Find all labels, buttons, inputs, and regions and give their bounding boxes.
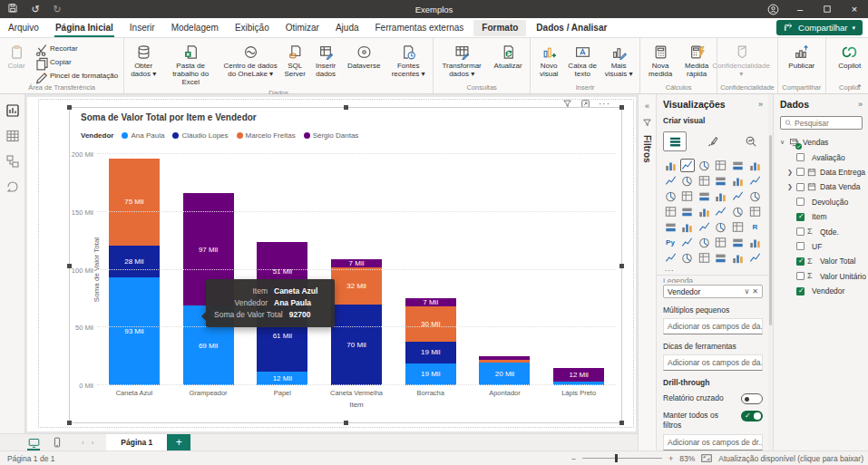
remove-field-icon[interactable]: ✕ [752, 287, 758, 295]
power-automate-icon[interactable] [714, 251, 728, 265]
prev-page-icon[interactable]: ‹ [82, 439, 84, 447]
metrics-icon[interactable] [747, 236, 762, 249]
field-row-data-venda[interactable]: ❯Data Venda [780, 179, 863, 194]
line-and-stacked-column-chart-icon[interactable] [714, 174, 728, 188]
copilot-button[interactable]: Copilot [829, 41, 868, 72]
legend-item[interactable]: Cláudio Lopes [172, 131, 228, 140]
colar-button[interactable]: Colar [3, 41, 30, 72]
fontes-recentes-button[interactable]: Fontes recentes ▾ [386, 41, 430, 80]
treemap-icon[interactable] [747, 189, 762, 203]
minimize-button[interactable]: – [786, 0, 814, 18]
table-row-vendas[interactable]: ∨ Vendas [780, 135, 863, 150]
table-icon[interactable] [714, 220, 728, 234]
bar-segment[interactable]: 30 Mil [405, 306, 456, 341]
field-row-valor-unit-rio[interactable]: ΣValor Unitário [780, 269, 863, 284]
map-icon[interactable] [663, 205, 678, 218]
pincel-de-formata-o-button[interactable]: Pincel de formatação [32, 69, 121, 82]
field-row-qtde-[interactable]: ΣQtde. [780, 224, 863, 238]
bar-segment[interactable]: 7 Mil [405, 298, 456, 306]
medida-r-pida-button[interactable]: Medida rápida [679, 41, 714, 80]
resize-handle[interactable] [344, 105, 348, 110]
bar-segment[interactable]: 75 Mil [109, 159, 160, 246]
legend-field-chip[interactable]: Vendedor ∨ ✕ [663, 285, 763, 298]
zoom-out-button[interactable]: − [571, 454, 576, 463]
menu-tab-otimizar[interactable]: Otimizar [278, 18, 327, 38]
field-checkbox[interactable] [796, 168, 805, 176]
search-input[interactable] [795, 119, 858, 128]
confidencialidade-button[interactable]: Confidencialidade ▾ [720, 41, 762, 80]
ribbon-chart-icon[interactable] [747, 174, 762, 188]
stacked-column-chart-visual[interactable]: Soma de Valor Total por Item e Vendedor … [69, 107, 622, 423]
undo-icon[interactable]: ↺ [29, 3, 42, 15]
close-button[interactable]: × [841, 0, 868, 18]
save-icon[interactable] [7, 3, 20, 15]
menu-tab-formato[interactable]: Formato [473, 20, 526, 36]
scatter-chart-icon[interactable] [697, 189, 711, 203]
bar-segment[interactable]: 28 Mil [109, 246, 160, 278]
dataverse-button[interactable]: Dataverse [343, 41, 385, 72]
keep-all-filters-toggle[interactable] [741, 411, 763, 421]
field-checkbox[interactable] [796, 242, 805, 250]
expand-filters-icon[interactable]: « [645, 102, 649, 111]
resize-handle[interactable] [67, 105, 72, 110]
bar-segment[interactable]: 12 Mil [553, 368, 604, 382]
update-available-link[interactable]: Atualização disponível (clique para baix… [718, 454, 863, 463]
line-and-clustered-column-chart-icon[interactable] [731, 174, 746, 188]
kpi-icon[interactable] [680, 220, 695, 234]
field-checkbox[interactable] [796, 213, 805, 221]
bar-segment[interactable]: 32 Mil [331, 267, 382, 305]
drillthrough-dropzone[interactable]: Adicionar os campos de dr... [663, 434, 763, 450]
chevron-right-icon[interactable]: ❯ [787, 183, 794, 190]
field-checkbox[interactable] [796, 183, 805, 191]
resize-handle[interactable] [619, 105, 624, 110]
field-checkbox[interactable] [796, 228, 805, 236]
clustered-bar-chart-icon[interactable] [697, 159, 711, 172]
bar-segment[interactable]: 19 Mil [405, 363, 456, 385]
custom-visual-icon[interactable] [731, 251, 746, 265]
bar-segment[interactable]: 7 Mil [331, 259, 382, 267]
inserir-dados-button[interactable]: Inserir dados [310, 41, 341, 80]
field-checkbox[interactable] [796, 272, 805, 280]
more-visual-types-icon[interactable]: ... [665, 266, 763, 272]
field-row-devolu-o[interactable]: Devolução [780, 195, 863, 209]
get-more-visuals-icon[interactable] [747, 251, 762, 265]
report-page[interactable]: ··· Soma de Valor Total por Item e Vende… [27, 97, 636, 431]
chevron-right-icon[interactable]: ❯ [787, 169, 794, 176]
line-chart-icon[interactable] [663, 174, 678, 188]
bar-segment[interactable]: 12 Mil [257, 372, 307, 385]
menu-tab-ferramentas-externas[interactable]: Ferramentas externas [367, 18, 473, 38]
pasta-de-trabalho-do-excel-button[interactable]: Pasta de trabalho do Excel [161, 41, 219, 88]
dax-query-view-button[interactable] [5, 179, 20, 194]
field-row-avalia-o[interactable]: Avaliação [780, 150, 863, 164]
add-page-button[interactable]: + [167, 434, 190, 451]
100-stacked-column-chart-icon[interactable] [747, 159, 762, 172]
redo-icon[interactable]: ↻ [51, 3, 63, 15]
menu-tab-exibi-o[interactable]: Exibição [227, 18, 278, 38]
field-row-data-entrega[interactable]: ❯Data Entrega [780, 165, 863, 179]
chevron-down-icon[interactable]: ∨ [744, 287, 749, 295]
zoom-slider-thumb[interactable] [615, 454, 618, 462]
tab-analytics[interactable] [739, 131, 763, 151]
maximize-button[interactable] [814, 0, 841, 18]
clustered-column-chart-icon[interactable] [714, 159, 728, 172]
small-multiples-dropzone[interactable]: Adicionar os campos de da... [663, 318, 763, 334]
legend-item[interactable]: Ana Paula [122, 131, 164, 140]
field-row-vendedor[interactable]: Vendedor [780, 284, 863, 298]
slicer-icon[interactable] [697, 220, 711, 234]
bar-segment[interactable]: 19 Mil [405, 342, 456, 363]
scrollbar-thumb[interactable] [769, 135, 772, 325]
pie-chart-icon[interactable] [714, 189, 728, 203]
filters-pane-collapsed[interactable]: « Filtros [638, 94, 656, 450]
account-icon[interactable] [759, 0, 786, 18]
field-checkbox[interactable] [796, 198, 805, 206]
legend-item[interactable]: Marcelo Freitas [237, 131, 296, 140]
field-row-valor-total[interactable]: ΣValor Total [780, 254, 863, 268]
menu-tab-inserir[interactable]: Inserir [122, 18, 163, 38]
stacked-area-chart-icon[interactable] [697, 174, 711, 188]
card-icon[interactable] [747, 205, 762, 218]
field-checkbox[interactable] [796, 257, 805, 266]
menu-tab-arquivo[interactable]: Arquivo [0, 18, 47, 38]
mais-visuais-button[interactable]: Mais visuais ▾ [600, 41, 637, 80]
filled-map-icon[interactable] [680, 205, 695, 218]
arcgis-map-icon[interactable] [680, 251, 695, 265]
